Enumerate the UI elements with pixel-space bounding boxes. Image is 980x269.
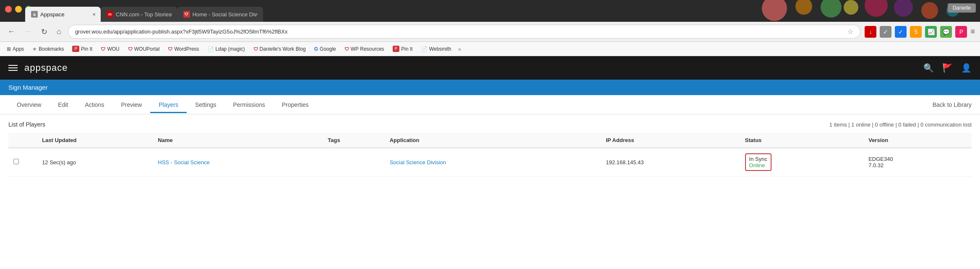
col-header-name: Name: [153, 133, 323, 148]
bookmark-websmith-label: Websmith: [429, 46, 451, 52]
col-header-version: Version: [863, 133, 972, 148]
apps-icon: ⊞: [7, 46, 11, 52]
toolbar-icon-7[interactable]: P: [955, 26, 967, 38]
status-box: In Sync Online: [745, 153, 771, 171]
bookmarks-more-icon[interactable]: »: [458, 46, 461, 52]
row-version: EDGE340 7.0.32: [863, 148, 972, 176]
tab-close-social[interactable]: ✕: [253, 11, 260, 18]
bookmark-wou-label: WOU: [107, 46, 119, 52]
user-profile-button[interactable]: Danielle: [948, 3, 976, 13]
hamburger-menu[interactable]: [8, 65, 18, 71]
hamburger-line-1: [8, 65, 18, 66]
table-header: Last Updated Name Tags Application IP Ad…: [8, 133, 972, 148]
bookmark-ldap-label: Ldap (magic): [216, 46, 245, 52]
home-button[interactable]: ⌂: [54, 26, 64, 37]
bookmark-danielle-blog[interactable]: 🛡 Danielle's Work Blog: [250, 45, 309, 53]
bookmark-wpresources[interactable]: 🛡 WP Resources: [341, 45, 388, 53]
flag-icon[interactable]: 🚩: [942, 63, 953, 73]
pin2-icon: P: [393, 46, 400, 52]
search-icon[interactable]: 🔍: [923, 63, 934, 73]
toolbar-icon-5[interactable]: 📈: [925, 26, 937, 38]
version-line1: EDGE340: [868, 156, 967, 162]
hamburger-line-2: [8, 67, 18, 68]
tab-label-appspace: Appspace: [40, 11, 65, 18]
pin-icon: P: [72, 46, 79, 52]
toolbar-icon-1[interactable]: ↓: [865, 26, 876, 38]
tab-nav-edit[interactable]: Edit: [50, 96, 76, 113]
wordpress-shield-icon: 🛡: [168, 47, 172, 52]
bookmark-apps-label: Apps: [13, 46, 24, 52]
star-icon: ★: [32, 46, 37, 52]
sign-manager-bar: Sign Manager: [0, 80, 980, 95]
user-icon[interactable]: 👤: [961, 63, 972, 73]
bookmark-wouportal[interactable]: 🛡 WOUPortal: [125, 45, 163, 53]
bookmark-wordpress[interactable]: 🛡 WordPress: [164, 45, 202, 53]
bookmark-bookmarks[interactable]: ★ Bookmarks: [29, 45, 67, 53]
col-header-application: Application: [385, 133, 601, 148]
back-button[interactable]: ←: [5, 26, 18, 37]
bookmark-wou[interactable]: 🛡 WOU: [97, 45, 122, 53]
bookmark-websmith[interactable]: 📄 Websmith: [418, 45, 455, 53]
bookmark-wordpress-label: WordPress: [174, 46, 199, 52]
col-header-tags: Tags: [323, 133, 384, 148]
bookmark-danielle-label: Danielle's Work Blog: [260, 46, 306, 52]
tab-nav-actions[interactable]: Actions: [76, 96, 112, 113]
close-traffic-light[interactable]: [5, 6, 12, 13]
toolbar-icon-2[interactable]: ✓: [880, 26, 891, 38]
toolbar-icon-3[interactable]: ✓: [895, 26, 907, 38]
row-checkbox[interactable]: [13, 159, 19, 164]
bookmark-pinit[interactable]: P Pin It: [69, 44, 96, 53]
row-tags: [323, 148, 384, 176]
status-in-sync: In Sync: [749, 156, 767, 162]
forward-button[interactable]: →: [22, 26, 34, 37]
bookmark-pinit-label: Pin It: [81, 46, 92, 52]
col-header-checkbox: [8, 133, 37, 148]
col-header-last-updated: Last Updated: [37, 133, 153, 148]
section-header: List of Players 1 items | 1 online | 0 o…: [8, 121, 972, 128]
table-body: 12 Sec(s) ago HSS - Social Science Socia…: [8, 148, 972, 176]
tab-nav-settings[interactable]: Settings: [187, 96, 225, 113]
sign-manager-label: Sign Manager: [8, 84, 47, 91]
tab-nav-players[interactable]: Players: [150, 96, 187, 113]
toolbar-icon-6[interactable]: 💬: [940, 26, 952, 38]
tab-nav-overview[interactable]: Overview: [8, 96, 50, 113]
tab-label-social: Home - Social Science Div: [193, 11, 257, 18]
content-area: List of Players 1 items | 1 online | 0 o…: [0, 114, 980, 183]
row-application[interactable]: Social Science Division: [385, 148, 601, 176]
row-player-name[interactable]: HSS - Social Science: [153, 148, 323, 176]
version-line2: 7.0.32: [868, 162, 967, 168]
back-to-library-link[interactable]: Back to Library: [933, 101, 972, 108]
bookmark-ldap[interactable]: 📄 Ldap (magic): [204, 45, 248, 53]
bookmark-bookmarks-label: Bookmarks: [39, 46, 64, 52]
bookmark-pinit2-label: Pin It: [401, 46, 412, 52]
tab-nav-properties[interactable]: Properties: [274, 96, 317, 113]
status-online: Online: [749, 162, 767, 168]
bookmark-google[interactable]: G Google: [311, 45, 339, 53]
tab-favicon-appspace: a: [31, 11, 38, 18]
tab-favicon-cnn: m: [107, 11, 113, 18]
col-header-ip-address: IP Address: [601, 133, 740, 148]
tab-nav-preview[interactable]: Preview: [112, 96, 150, 113]
url-bar[interactable]: grover.wou.edu/app/application-publish.a…: [68, 25, 861, 39]
bookmark-apps[interactable]: ⊞ Apps: [3, 45, 27, 53]
wou-shield-icon: 🛡: [101, 47, 105, 52]
table-header-row: Last Updated Name Tags Application IP Ad…: [8, 133, 972, 148]
url-text: grover.wou.edu/app/application-publish.a…: [75, 28, 844, 35]
toolbar-icon-4[interactable]: 5: [910, 26, 922, 38]
tab-nav-permissions[interactable]: Permissions: [224, 96, 273, 113]
row-checkbox-cell[interactable]: [8, 148, 37, 176]
browser-menu-button[interactable]: ≡: [970, 27, 975, 36]
bookmark-wouportal-label: WOUPortal: [134, 46, 160, 52]
tab-label-cnn: CNN.com - Top Stories: [116, 11, 172, 18]
bookmarks-bar: ⊞ Apps ★ Bookmarks P Pin It 🛡 WOU 🛡 WOUP…: [0, 42, 980, 56]
tab-close-cnn[interactable]: ✕: [167, 11, 174, 18]
tab-appspace[interactable]: a Appspace ✕: [25, 7, 101, 22]
minimize-traffic-light[interactable]: [15, 6, 22, 13]
tab-cnn[interactable]: m CNN.com - Top Stories ✕: [101, 7, 177, 22]
bookmark-pinit2[interactable]: P Pin It: [389, 44, 416, 53]
bookmark-star-icon[interactable]: ☆: [847, 28, 853, 36]
players-summary: 1 items | 1 online | 0 offline | 0 faile…: [829, 122, 972, 128]
tab-social[interactable]: 🛡 Home - Social Science Div ✕: [177, 7, 263, 22]
reload-button[interactable]: ↻: [39, 26, 50, 37]
tab-close-appspace[interactable]: ✕: [91, 11, 97, 18]
